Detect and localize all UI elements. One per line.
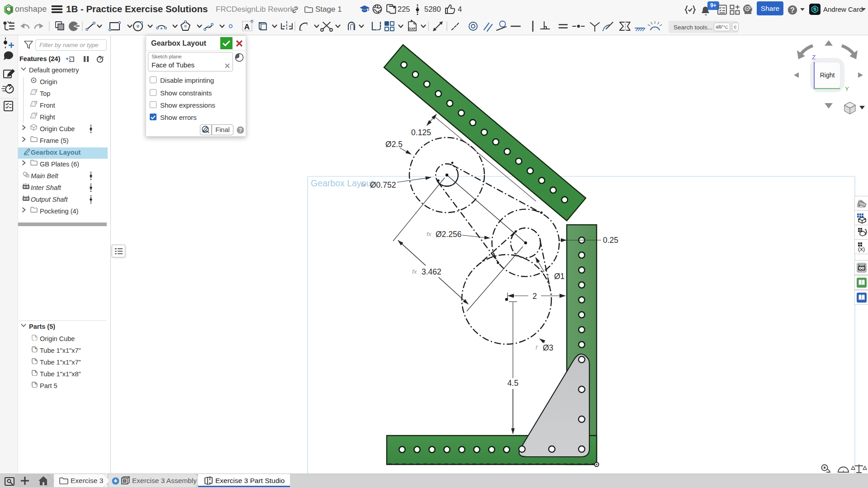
svg-text:A: A <box>244 23 250 31</box>
svg-text:f: f <box>547 273 549 280</box>
svg-text:3.462: 3.462 <box>422 267 441 276</box>
svg-text:Ø1: Ø1 <box>554 272 564 281</box>
svg-text:fx: fx <box>412 268 417 275</box>
svg-text:0.25: 0.25 <box>603 236 618 245</box>
svg-text:4.5: 4.5 <box>508 379 518 388</box>
svg-text:f: f <box>536 344 538 351</box>
svg-text:●●: ●● <box>24 183 27 185</box>
svg-text:Ø2.5: Ø2.5 <box>385 140 403 149</box>
svg-text:?: ? <box>239 127 242 133</box>
svg-text:Z: Z <box>812 54 816 61</box>
svg-text:Right: Right <box>820 71 835 79</box>
svg-text:fx: fx <box>361 181 366 188</box>
svg-text:Y: Y <box>845 85 849 92</box>
svg-text:Ø3: Ø3 <box>543 343 553 352</box>
svg-text:fx: fx <box>427 231 432 237</box>
svg-text:Ø2.256: Ø2.256 <box>436 230 461 239</box>
svg-text:DXF: DXF <box>409 27 416 31</box>
svg-text:Ø0.752: Ø0.752 <box>370 180 396 190</box>
svg-text:o o: o o <box>859 263 863 266</box>
svg-text:2: 2 <box>532 292 537 301</box>
svg-text:?: ? <box>790 6 795 14</box>
svg-text:(x): (x) <box>858 246 865 252</box>
svg-text:0.125: 0.125 <box>411 128 431 137</box>
